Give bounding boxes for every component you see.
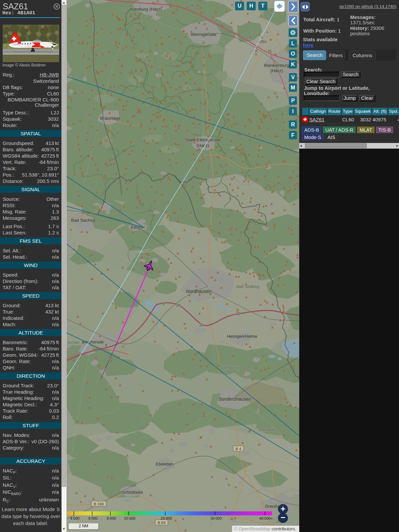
- svg-text:4 000: 4 000: [70, 516, 79, 520]
- svg-text:6 000: 6 000: [88, 516, 98, 520]
- svg-text:10 000: 10 000: [124, 516, 135, 520]
- svg-text:8 000: 8 000: [107, 516, 116, 520]
- svg-text:40 000+: 40 000+: [259, 516, 273, 520]
- svg-text:20 000: 20 000: [161, 516, 172, 520]
- svg-text:30 000: 30 000: [210, 516, 222, 520]
